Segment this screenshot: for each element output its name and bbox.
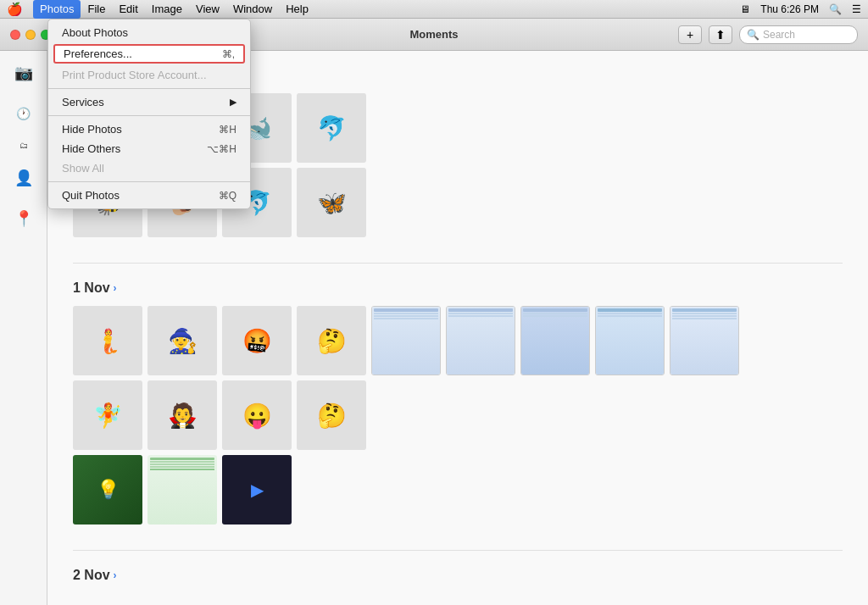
people-icon: 👤 (14, 169, 33, 187)
sidebar-item-moments[interactable]: 🕐 (10, 100, 37, 127)
albums-label[interactable]: 🗂 (19, 141, 28, 151)
sidebar-item-places[interactable]: 📍 (10, 205, 37, 232)
menu-item-quit-photos[interactable]: Quit Photos ⌘Q (48, 186, 250, 205)
places-icon: 📍 (14, 209, 33, 228)
search-placeholder: Search (763, 29, 795, 41)
about-photos-label: About Photos (62, 26, 128, 39)
search-box[interactable]: 🔍 Search (739, 25, 858, 44)
screenshot-thumb-5[interactable] (670, 306, 739, 375)
share-button[interactable]: ⬆ (709, 25, 732, 44)
photo-thumb[interactable]: 🤬 (222, 306, 292, 375)
photo-thumb-genius[interactable]: 💡 (73, 455, 142, 525)
screenshot-thumb-2[interactable] (446, 306, 515, 375)
preferences-shortcut: ⌘, (222, 48, 235, 60)
traffic-lights (10, 30, 51, 40)
search-icon[interactable]: 🔍 (829, 3, 842, 15)
photo-grid-nov1-bottom: 💡 ▶ (73, 455, 843, 525)
date-section-nov2: 2 Nov › (73, 568, 843, 583)
photo-thumb[interactable]: 🧚 (73, 380, 142, 450)
notification-icon[interactable]: ☰ (852, 3, 861, 15)
add-button[interactable]: + (678, 25, 702, 44)
close-button[interactable] (10, 30, 20, 40)
photo-thumb[interactable]: 🦋 (297, 168, 366, 237)
print-product-label: Print Product Store Account... (62, 69, 207, 81)
menubar-image[interactable]: Image (145, 0, 189, 19)
minimize-button[interactable] (25, 30, 36, 40)
photo-thumb-video[interactable]: ▶ (222, 455, 292, 525)
sidebar-item-photos[interactable]: 📷 (10, 59, 37, 86)
photo-grid-nov1-row2: 🧚 🧛 😛 🤔 (73, 380, 843, 450)
chevron-icon-nov1: › (114, 282, 117, 294)
apple-menu-icon[interactable]: 🍎 (7, 2, 23, 17)
menu-item-print-product: Print Product Store Account... (48, 65, 250, 85)
display-icon[interactable]: 🖥 (740, 3, 750, 15)
quit-photos-shortcut: ⌘Q (219, 190, 236, 202)
photo-thumb[interactable]: 🤔 (297, 380, 366, 450)
photo-thumb[interactable]: 🤔 (297, 306, 366, 375)
menu-item-hide-others[interactable]: Hide Others ⌥⌘H (48, 139, 250, 158)
menubar-help[interactable]: Help (279, 0, 315, 19)
screenshot-thumb-3[interactable] (520, 306, 590, 375)
menubar-edit[interactable]: Edit (112, 0, 144, 19)
screenshot-thumb-1[interactable] (371, 306, 441, 375)
quit-photos-label: Quit Photos (62, 189, 120, 202)
share-icon: ⬆ (715, 28, 726, 42)
date-header-nov2[interactable]: 2 Nov › (73, 568, 843, 583)
date-section-nov1: 1 Nov › 🧜 🧙 🤬 🤔 (73, 280, 843, 525)
hide-others-label: Hide Others (62, 142, 120, 155)
show-all-label: Show All (62, 162, 104, 175)
screenshot-thumb-4[interactable] (595, 306, 665, 375)
menu-item-preferences[interactable]: Preferences... ⌘, (53, 44, 245, 64)
chevron-icon-nov2: › (114, 569, 117, 581)
sidebar-item-people[interactable]: 👤 (10, 164, 37, 191)
photo-thumb[interactable]: 🧙 (147, 306, 217, 375)
menu-separator-3 (48, 181, 250, 182)
sidebar: 📷 🕐 🗂 👤 📍 (0, 51, 47, 605)
moments-icon: 🕐 (16, 107, 31, 120)
menubar-view[interactable]: View (189, 0, 226, 19)
photo-thumb[interactable]: 🧜 (73, 306, 142, 375)
photo-thumb[interactable]: 🐬 (297, 93, 366, 163)
hide-others-shortcut: ⌥⌘H (207, 143, 236, 155)
menu-item-about-photos[interactable]: About Photos (48, 23, 250, 42)
menu-item-hide-photos[interactable]: Hide Photos ⌘H (48, 119, 250, 139)
section-divider-2 (73, 550, 843, 551)
search-icon: 🔍 (747, 29, 760, 41)
photo-grid-nov1-emoji1: 🧜 🧙 🤬 🤔 (73, 306, 843, 375)
clock: Thu 6:26 PM (760, 3, 819, 15)
menubar-window[interactable]: Window (226, 0, 279, 19)
menu-separator-1 (48, 88, 250, 89)
menubar: 🍎 Photos File Edit Image View Window Hel… (0, 0, 868, 19)
submenu-arrow-icon: ▶ (230, 97, 236, 108)
hide-photos-shortcut: ⌘H (219, 124, 236, 136)
menu-item-services[interactable]: Services ▶ (48, 92, 250, 112)
date-label-nov2: 2 Nov (73, 568, 110, 583)
services-label: Services (62, 96, 104, 108)
albums-icon: 🗂 (19, 141, 28, 150)
section-divider (73, 263, 843, 264)
photo-thumb[interactable]: 😛 (222, 380, 292, 450)
window-title: Moments (409, 28, 458, 41)
menubar-photos[interactable]: Photos (33, 0, 81, 19)
hide-photos-label: Hide Photos (62, 123, 122, 136)
preferences-label: Preferences... (64, 47, 132, 60)
date-header-nov1[interactable]: 1 Nov › (73, 280, 843, 296)
photo-thumb[interactable]: 🧛 (147, 380, 217, 450)
menu-separator-2 (48, 115, 250, 116)
menubar-right: 🖥 Thu 6:26 PM 🔍 ☰ (740, 3, 861, 15)
menu-item-show-all: Show All (48, 158, 250, 178)
menubar-file[interactable]: File (81, 0, 112, 19)
photo-thumb-spreadsheet[interactable] (147, 455, 217, 525)
photos-dropdown-menu: About Photos Preferences... ⌘, Print Pro… (47, 19, 251, 209)
photos-icon: 📷 (14, 64, 33, 82)
date-label-nov1: 1 Nov (73, 280, 110, 296)
titlebar-controls: + ⬆ 🔍 Search (678, 25, 858, 44)
